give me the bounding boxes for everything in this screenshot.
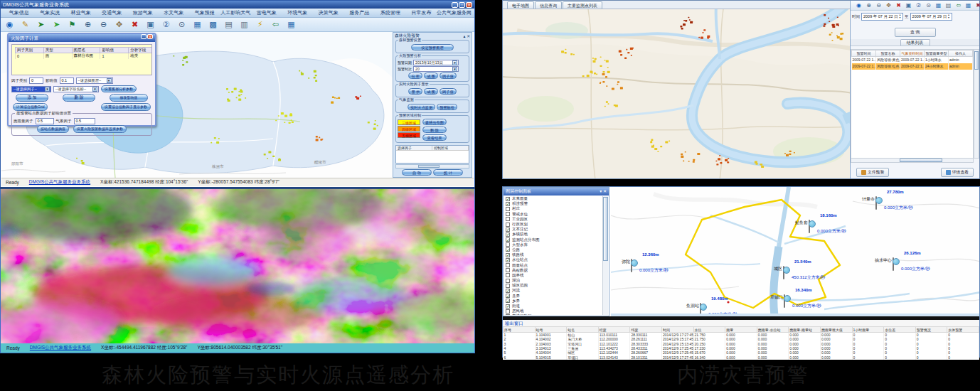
column-header[interactable]: 分析字段: [129, 48, 152, 53]
layer-checkbox[interactable]: [506, 197, 510, 201]
station-cylinder-icon[interactable]: [893, 258, 894, 271]
table-row[interactable]: 0面森林分布图1地类: [16, 53, 153, 59]
column-header[interactable]: 雨量: [725, 327, 757, 333]
menu-item[interactable]: 日常发布: [406, 9, 437, 16]
results-hscrollbar[interactable]: [851, 158, 974, 163]
layer-item[interactable]: 县界: [504, 294, 602, 299]
set-warning-layer-button[interactable]: 设定预警图层: [411, 44, 454, 50]
table-row[interactable]: 2009-07-22 1...风险等级:红色2009-07-22 1...24小…: [852, 63, 973, 70]
flag-icon[interactable]: ⚑: [67, 19, 78, 30]
window-icon[interactable]: ▣: [145, 19, 156, 30]
query-button[interactable]: 查 询: [895, 28, 936, 37]
factor-select[interactable]: --请选择因子--▼: [11, 86, 51, 92]
layer-checkbox[interactable]: [506, 268, 510, 272]
delete-icon[interactable]: ✖: [129, 19, 140, 30]
layer-item[interactable]: 水位站点: [504, 257, 602, 262]
layer-item[interactable]: 城区范围: [504, 283, 602, 288]
panel-bottom-button[interactable]: 自 动: [402, 169, 432, 176]
layer-checkbox[interactable]: [506, 294, 510, 298]
image-icon[interactable]: ▦: [964, 1, 972, 9]
layers-icon[interactable]: ▩: [208, 19, 218, 30]
layer-checkbox[interactable]: [506, 207, 510, 211]
layer-item[interactable]: 大型水库: [504, 242, 602, 247]
impact-input[interactable]: 0.1: [60, 77, 74, 84]
layer-checkbox[interactable]: [506, 279, 510, 283]
interpolate-button[interactable]: 按站点数据插值: [37, 125, 69, 133]
analyze-button[interactable]: 分 析: [408, 73, 422, 79]
table-row[interactable]: 65.104015草铺口113.02414328.1013112014/12/9…: [504, 355, 979, 360]
station-cylinder-icon[interactable]: [809, 220, 810, 233]
realtime-fire-button[interactable]: 实时火点监测: [408, 104, 435, 110]
warning-plot-button[interactable]: 预警标绘: [437, 104, 457, 110]
menu-item[interactable]: 林业气象: [65, 9, 97, 16]
chevron-down-icon[interactable]: ▼: [45, 87, 50, 92]
panel-hscrollbar[interactable]: [395, 164, 469, 168]
chevron-down-icon[interactable]: ▼: [92, 87, 97, 92]
column-header[interactable]: 气象资料时间: [900, 50, 925, 57]
column-header[interactable]: 站号: [535, 327, 567, 333]
set-layer-params-button[interactable]: 设置图层分析参数: [101, 85, 137, 92]
column-header[interactable]: 经度: [598, 327, 630, 333]
date-to-input[interactable]: 2009 年 07 月 29 日▲▼: [910, 13, 952, 21]
menu-item[interactable]: 环境气象: [282, 9, 314, 16]
layer-item[interactable]: 河流: [504, 288, 602, 293]
pin-icon[interactable]: ▴: [464, 34, 466, 38]
menu-item[interactable]: 人工影响天气: [220, 9, 252, 16]
menu-item[interactable]: 决策气象: [313, 9, 344, 16]
column-header[interactable]: 因子类别: [16, 48, 44, 53]
map-image-icon[interactable]: ▦: [934, 1, 942, 9]
column-header[interactable]: 图层名: [72, 48, 100, 53]
layer-item[interactable]: 行政区划: [504, 222, 602, 227]
menu-item[interactable]: 交通气象: [97, 9, 128, 16]
layer-checkbox[interactable]: [506, 263, 510, 267]
zoom-in-icon[interactable]: ⊕: [865, 1, 873, 9]
column-header[interactable]: 面雨量-雨量站: [789, 327, 821, 333]
layer-item[interactable]: 未来雨量: [504, 196, 602, 201]
menu-item[interactable]: 旅游气象: [127, 9, 159, 16]
add-button[interactable]: 添 加: [16, 94, 48, 102]
layer-checkbox[interactable]: [506, 242, 510, 247]
layer-item[interactable]: 雨量站点: [504, 262, 602, 267]
menu-item[interactable]: 气象信息: [4, 9, 35, 16]
make-map-button[interactable]: 成 图: [424, 73, 438, 79]
layer-item[interactable]: 监测站点分布图: [504, 237, 602, 242]
menu-item[interactable]: 气象预报: [189, 9, 220, 16]
warning-date-select[interactable]: 2013年10月13日▼: [413, 60, 459, 65]
table-row[interactable]: 2009-07-22 1...风险等级:黄色...2009-07-22 1...…: [852, 57, 973, 63]
station-cylinder-icon[interactable]: [875, 197, 877, 210]
display-params-button[interactable]: 设置综合指数因子显示参数: [101, 103, 151, 111]
forest-map-button[interactable]: 森林分布图: [422, 119, 447, 125]
flood-warning-map[interactable]: 鲇鱼套 18.160m 0.000立方米/秒 计量寺 27.780m 0.000…: [611, 187, 979, 316]
menu-item[interactable]: 服务产品: [344, 9, 376, 16]
column-header[interactable]: 水体预警: [947, 327, 979, 333]
layer-item[interactable]: 村庄: [504, 206, 602, 211]
key-icon[interactable]: ⚡: [255, 19, 265, 30]
layer-checkbox[interactable]: [506, 217, 510, 221]
layer-select[interactable]: --请选择图层--▼: [76, 77, 113, 84]
factor-region-list[interactable]: 选择因子 控制区域: [395, 145, 469, 164]
layer-checkbox[interactable]: [506, 304, 510, 309]
rain-factor-input[interactable]: 0.5: [36, 118, 54, 124]
map-tab[interactable]: 信息查询: [535, 1, 562, 9]
maximize-button[interactable]: □: [459, 2, 465, 8]
file-warning-button[interactable]: 文件预警: [856, 168, 889, 177]
map-tab[interactable]: 主要监测点列表: [563, 1, 602, 9]
menu-item[interactable]: 系统管理: [375, 9, 406, 16]
back-icon[interactable]: ⇦: [954, 1, 962, 9]
dialog-minimize-button[interactable]: _: [141, 34, 147, 39]
column-header[interactable]: 水位差: [884, 327, 916, 333]
layer-item[interactable]: 居民地: [504, 309, 602, 314]
minimize-button[interactable]: _: [452, 2, 458, 8]
menu-item[interactable]: 水文气象: [159, 9, 190, 16]
layer-checkbox[interactable]: [506, 227, 510, 232]
close-button[interactable]: ✕: [466, 2, 472, 8]
layer-checkbox[interactable]: [506, 289, 510, 293]
layer-item[interactable]: 高程数据: [504, 268, 602, 273]
close-icon[interactable]: ✖: [974, 1, 980, 9]
dialog-close-button[interactable]: ✕: [147, 34, 153, 39]
layer-item[interactable]: 街道: [504, 304, 602, 309]
column-header[interactable]: 1小时雨量: [852, 327, 884, 333]
layer-item[interactable]: 工业园区: [504, 217, 602, 222]
column-header[interactable]: 类型: [43, 48, 72, 53]
make-map2-button[interactable]: 成 图: [424, 88, 438, 95]
